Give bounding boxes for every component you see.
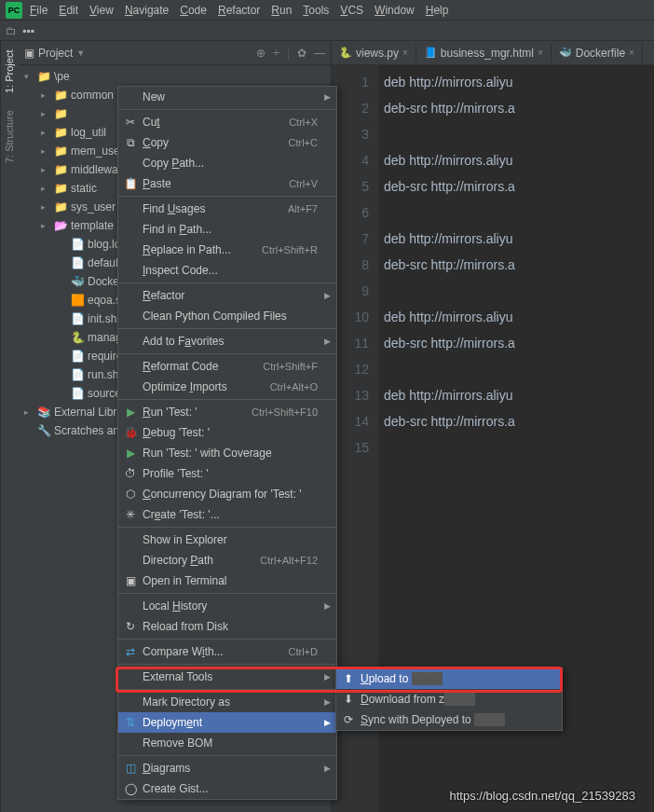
tree-item[interactable]: ▾📁\pe — [19, 67, 331, 86]
editor-tabs: 🐍views.py ×📘business_mgr.html ×🐳Dockerfi… — [332, 41, 654, 65]
menu-edit[interactable]: Edit — [53, 2, 84, 19]
ctx-find-in-path-[interactable]: Find in Path... — [118, 219, 336, 240]
editor-tab[interactable]: 🐳Dockerfile × — [552, 44, 643, 62]
ctx-external-tools[interactable]: External Tools▶ — [118, 667, 336, 687]
ctx-optimize-imports[interactable]: Optimize ImportsCtrl+Alt+O — [118, 377, 336, 397]
target-icon[interactable]: ⊕ — [256, 47, 266, 60]
ctx-paste[interactable]: 📋PasteCtrl+V — [118, 173, 336, 194]
chevron-down-icon[interactable]: ▼ — [76, 48, 85, 58]
ctx-deployment[interactable]: ⇅Deployment▶ — [118, 712, 336, 733]
ctx-clean-python-compiled-files[interactable]: Clean Python Compiled Files — [118, 306, 336, 326]
project-view-icon: ▣ — [24, 47, 34, 60]
menu-window[interactable]: Window — [369, 2, 420, 19]
context-menu: New▶✂CutCtrl+X⧉CopyCtrl+CCopy Path...📋Pa… — [117, 86, 337, 800]
minimize-icon[interactable]: — — [314, 47, 325, 60]
ctx-run-test-with-coverage[interactable]: ▶Run 'Test: ' with Coverage — [118, 443, 336, 463]
submenu-upload-to-[interactable]: ⬆Upload to server — [336, 668, 562, 689]
ctx-create-gist-[interactable]: ◯Create Gist... — [118, 778, 336, 799]
project-tab[interactable]: 1: Project — [3, 47, 17, 97]
menu-view[interactable]: View — [84, 2, 119, 19]
toolwindow-stripe: 7: Structure 1: Project — [0, 41, 19, 812]
project-title[interactable]: Project — [38, 47, 73, 60]
gear-icon[interactable]: ✿ — [297, 47, 307, 60]
submenu-sync-with-deployed-to-[interactable]: ⟳Sync with Deployed to server — [336, 709, 562, 730]
ctx-debug-test-[interactable]: 🐞Debug 'Test: ' — [118, 422, 336, 443]
menubar: PC FileEditViewNavigateCodeRefactorRunTo… — [0, 0, 654, 21]
menu-refactor[interactable]: Refactor — [212, 2, 266, 19]
menu-run[interactable]: Run — [266, 2, 297, 19]
ctx-cut[interactable]: ✂CutCtrl+X — [118, 112, 336, 132]
ctx-concurrency-diagram-for-test-[interactable]: ⬡Concurrency Diagram for 'Test: ' — [118, 484, 336, 504]
breadcrumb-bar: 🗀 ▪▪▪ — [0, 21, 654, 41]
ctx-directory-path[interactable]: Directory PathCtrl+Alt+F12 — [118, 550, 336, 571]
menu-file[interactable]: File — [24, 2, 53, 19]
ctx-replace-in-path-[interactable]: Replace in Path...Ctrl+Shift+R — [118, 240, 336, 260]
menu-code[interactable]: Code — [174, 2, 212, 19]
divide-icon[interactable]: ÷ — [273, 47, 279, 60]
ctx-mark-directory-as[interactable]: Mark Directory as▶ — [118, 692, 336, 712]
ctx-open-in-terminal[interactable]: ▣Open in Terminal — [118, 571, 336, 591]
ctx-create-test-[interactable]: ✳Create 'Test: '... — [118, 504, 336, 525]
ctx-remove-bom[interactable]: Remove BOM — [118, 733, 336, 753]
menu-navigate[interactable]: Navigate — [119, 2, 174, 19]
ctx-add-to-favorites[interactable]: Add to Favorites▶ — [118, 331, 336, 351]
ctx-diagrams[interactable]: ◫Diagrams▶ — [118, 758, 336, 778]
ctx-refactor[interactable]: Refactor▶ — [118, 285, 336, 306]
editor-tab[interactable]: 🐍views.py × — [332, 44, 416, 62]
close-icon[interactable]: × — [402, 48, 408, 58]
ctx-inspect-code-[interactable]: Inspect Code... — [118, 260, 336, 281]
menu-help[interactable]: Help — [420, 2, 455, 19]
submenu-download-from-z[interactable]: ⬇Download from zserver — [336, 689, 562, 709]
ctx-find-usages[interactable]: Find UsagesAlt+F7 — [118, 199, 336, 219]
ctx-reload-from-disk[interactable]: ↻Reload from Disk — [118, 616, 336, 637]
breadcrumb: ▪▪▪ — [22, 24, 34, 37]
editor-tab[interactable]: 📘business_mgr.html × — [416, 44, 552, 62]
ctx-local-history[interactable]: Local History▶ — [118, 596, 336, 616]
structure-tab[interactable]: 7: Structure — [3, 106, 17, 167]
menu-vcs[interactable]: VCS — [334, 2, 369, 19]
ctx-show-in-explorer[interactable]: Show in Explorer — [118, 530, 336, 550]
ctx-copy[interactable]: ⧉CopyCtrl+C — [118, 132, 336, 153]
close-icon[interactable]: × — [629, 48, 634, 58]
watermark: https://blog.csdn.net/qq_21539283 — [450, 789, 636, 803]
ide-logo: PC — [6, 2, 22, 19]
ctx-compare-with-[interactable]: ⇄Compare With...Ctrl+D — [118, 641, 336, 662]
ctx-reformat-code[interactable]: Reformat CodeCtrl+Shift+F — [118, 356, 336, 377]
ctx-copy-path-[interactable]: Copy Path... — [118, 153, 336, 173]
close-icon[interactable]: × — [538, 48, 543, 58]
folder-icon: 🗀 — [6, 24, 17, 37]
ctx-run-test-[interactable]: ▶Run 'Test: 'Ctrl+Shift+F10 — [118, 402, 336, 422]
ctx-new[interactable]: New▶ — [118, 87, 336, 107]
menu-tools[interactable]: Tools — [297, 2, 334, 19]
deployment-submenu: ⬆Upload to server⬇Download from zserver⟳… — [335, 667, 563, 731]
ctx-profile-test-[interactable]: ⏱Profile 'Test: ' — [118, 463, 336, 484]
project-header: ▣ Project ▼ ⊕ ÷ | ✿ — — [19, 41, 331, 65]
